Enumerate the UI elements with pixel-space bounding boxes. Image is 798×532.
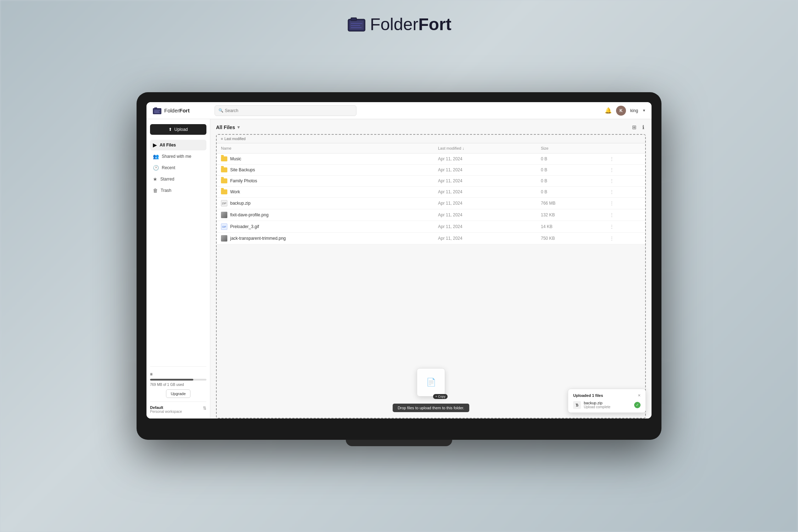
- workspace-name: Default: [150, 405, 206, 410]
- svg-rect-8: [154, 107, 157, 109]
- cell-last-modified: Apr 11, 2024: [434, 233, 537, 244]
- sidebar-item-shared[interactable]: 👥 Shared with me: [150, 151, 206, 162]
- notif-zip-icon: 🗜: [576, 403, 579, 407]
- cell-name: fixit-dave-profile.png: [217, 209, 434, 221]
- cell-actions: ⋮: [605, 165, 645, 176]
- table-row[interactable]: ZIP backup.zip Apr 11, 2024 766 MB ⋮: [217, 198, 645, 209]
- svg-rect-1: [349, 21, 364, 30]
- file-table: Name Last modified ↓ Size Music: [217, 143, 645, 244]
- sidebar-nav: ▶ All Files 👥 Shared with me 🕐 Recent ★ …: [150, 140, 206, 366]
- file-name-label: Site Backups: [230, 167, 255, 172]
- cell-actions: ⋮: [605, 176, 645, 187]
- workspace-section: Default Personal workspace ⇅: [150, 401, 206, 414]
- sort-icon: ≡: [221, 137, 223, 141]
- sort-bar: ≡ Last modified: [217, 135, 645, 143]
- sidebar-item-starred[interactable]: ★ Starred: [150, 174, 206, 184]
- cell-size: 0 B: [537, 165, 605, 176]
- file-name-label: Family Photos: [230, 178, 257, 183]
- sidebar-item-label: Recent: [162, 165, 175, 170]
- col-last-modified[interactable]: Last modified ↓: [434, 143, 537, 154]
- table-row[interactable]: Family Photos Apr 11, 2024 0 B ⋮: [217, 176, 645, 187]
- upgrade-button[interactable]: Upgrade: [166, 389, 190, 398]
- sidebar-item-label: All Files: [160, 143, 176, 148]
- user-name: king: [630, 108, 638, 113]
- drop-tooltip: Drop files to upload them to this folder…: [393, 404, 469, 412]
- search-input[interactable]: [225, 108, 353, 113]
- notif-file-status: Upload complete: [584, 405, 631, 409]
- row-menu-button[interactable]: ⋮: [609, 156, 614, 162]
- row-menu-button[interactable]: ⋮: [609, 178, 614, 184]
- bell-icon[interactable]: 🔔: [605, 107, 612, 114]
- workspace-expand-icon[interactable]: ⇅: [203, 406, 206, 411]
- table-row[interactable]: Site Backups Apr 11, 2024 0 B ⋮: [217, 165, 645, 176]
- table-row[interactable]: Music Apr 11, 2024 0 B ⋮: [217, 154, 645, 165]
- upload-icon: ⬆: [168, 127, 172, 132]
- upload-button[interactable]: ⬆ Upload: [150, 124, 206, 135]
- cell-size: 766 MB: [537, 198, 605, 209]
- row-menu-button[interactable]: ⋮: [609, 235, 614, 241]
- folder-icon: [221, 178, 227, 183]
- folder-icon: [221, 189, 227, 194]
- storage-bar-bg: [150, 379, 206, 381]
- cell-actions: ⋮: [605, 233, 645, 244]
- drag-ghost-icon: 📄: [426, 378, 436, 387]
- cell-size: 750 KB: [537, 233, 605, 244]
- cell-name: Family Photos: [217, 176, 434, 187]
- laptop-frame: FolderFort 🔍 🔔 K king ▼ ⬆ Upload: [137, 92, 661, 440]
- cell-name: ZIP backup.zip: [217, 198, 434, 209]
- folder-icon: [221, 156, 227, 161]
- cell-actions: ⋮: [605, 154, 645, 165]
- top-bar-right: 🔔 K king ▼: [605, 106, 646, 116]
- cell-last-modified: Apr 11, 2024: [434, 198, 537, 209]
- cell-size: 0 B: [537, 176, 605, 187]
- cell-last-modified: Apr 11, 2024: [434, 221, 537, 233]
- png-thumb: [221, 212, 227, 218]
- cell-size: 0 B: [537, 154, 605, 165]
- user-dropdown-arrow[interactable]: ▼: [642, 109, 646, 112]
- notif-check-icon: ✓: [634, 402, 641, 408]
- table-row[interactable]: jack-transparent-trimmed.png Apr 11, 202…: [217, 233, 645, 244]
- view-toggle-button[interactable]: ⊞: [631, 123, 638, 132]
- row-menu-button[interactable]: ⋮: [609, 224, 614, 229]
- table-row[interactable]: fixit-dave-profile.png Apr 11, 2024 132 …: [217, 209, 645, 221]
- sidebar-item-all-files[interactable]: ▶ All Files: [150, 140, 206, 150]
- cell-last-modified: Apr 11, 2024: [434, 209, 537, 221]
- cell-name: GIF Preloader_3.gif: [217, 221, 434, 233]
- breadcrumb-arrow: ▼: [237, 125, 241, 130]
- info-button[interactable]: ℹ: [641, 123, 646, 132]
- shared-icon: 👥: [153, 154, 159, 159]
- laptop-base: [346, 440, 452, 446]
- col-name: Name: [217, 143, 434, 154]
- cell-actions: ⋮: [605, 187, 645, 198]
- file-table-header: Name Last modified ↓ Size: [217, 143, 645, 154]
- main-content: ⬆ Upload ▶ All Files 👥 Shared with me 🕐 …: [146, 119, 652, 419]
- cell-name: Site Backups: [217, 165, 434, 176]
- row-menu-button[interactable]: ⋮: [609, 167, 614, 173]
- search-bar[interactable]: 🔍: [215, 105, 356, 116]
- png-thumb: [221, 235, 227, 242]
- row-menu-button[interactable]: ⋮: [609, 189, 614, 195]
- col-size: Size: [537, 143, 605, 154]
- drop-zone[interactable]: ≡ Last modified Name Last modified ↓ Siz…: [216, 134, 646, 419]
- sidebar-item-trash[interactable]: 🗑 Trash: [150, 185, 206, 196]
- notif-close-button[interactable]: ×: [638, 393, 641, 398]
- laptop-screen: FolderFort 🔍 🔔 K king ▼ ⬆ Upload: [146, 102, 652, 419]
- backdrop-logo-icon: [347, 14, 366, 34]
- sidebar-item-recent[interactable]: 🕐 Recent: [150, 162, 206, 173]
- file-name-label: jack-transparent-trimmed.png: [230, 236, 286, 241]
- drag-ghost: 📄 + Copy: [417, 368, 445, 397]
- sidebar-item-label: Starred: [160, 177, 174, 182]
- top-bar: FolderFort 🔍 🔔 K king ▼: [146, 102, 652, 119]
- file-name-label: Music: [230, 156, 241, 161]
- table-row[interactable]: Work Apr 11, 2024 0 B ⋮: [217, 187, 645, 198]
- row-menu-button[interactable]: ⋮: [609, 212, 614, 218]
- row-menu-button[interactable]: ⋮: [609, 200, 614, 206]
- recent-icon: 🕐: [153, 165, 159, 171]
- avatar: K: [616, 106, 626, 116]
- table-row[interactable]: GIF Preloader_3.gif Apr 11, 2024 14 KB ⋮: [217, 221, 645, 233]
- folder-icon: [221, 167, 227, 172]
- notif-header: Uploaded 1 files ×: [573, 393, 641, 398]
- file-table-body: Music Apr 11, 2024 0 B ⋮ Site Backups Ap…: [217, 154, 645, 244]
- cell-actions: ⋮: [605, 221, 645, 233]
- storage-text: 769 MB of 1 GB used: [150, 383, 206, 387]
